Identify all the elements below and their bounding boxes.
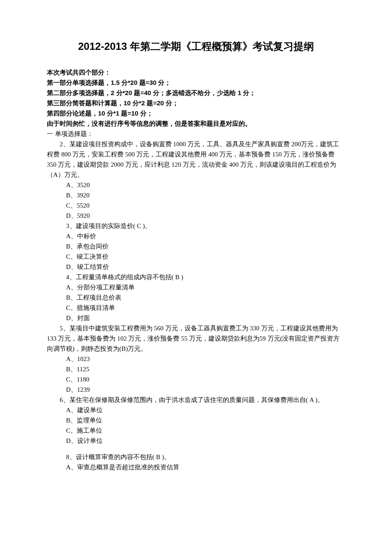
q3-text: 3、建设项目的实际造价( C )。: [47, 221, 345, 231]
intro-line-2: 第一部分单项选择题，1.5 分*20 题=30 分；: [47, 78, 345, 88]
q2-opt-a: A、3520: [47, 180, 345, 190]
page-title: 2012-2013 年第二学期《工程概预算》考试复习提纲: [47, 38, 345, 55]
q8-text: 8、设计概算审查的内容不包括( B )。: [47, 452, 345, 462]
q4-opt-d: D、封面: [47, 313, 345, 323]
intro-line-1: 本次考试共四个部分：: [47, 67, 345, 78]
section-1-heading: 一 单项选择题：: [47, 129, 345, 139]
q3-opt-a: A、中标价: [47, 231, 345, 241]
q4-opt-a: A、分部分项工程量清单: [47, 282, 345, 292]
q6-opt-a: A、建设单位: [47, 405, 345, 415]
intro-line-4: 第三部分简答题和计算题，10 分*2 题=20 分；: [47, 98, 345, 108]
intro-line-3: 第二部分多项选择题，2 分*20 题=40 分；多选错选不给分，少选给 1 分；: [47, 88, 345, 98]
q3-opt-b: B、承包合同价: [47, 241, 345, 251]
q3-opt-c: C、竣工决算价: [47, 251, 345, 262]
intro-line-6: 由于时间匆忙，没有进行序号等信息的调整，但是答案和题目是对应的。: [47, 119, 345, 129]
q8-opt-a: A、审查总概算是否超过批准的投资估算: [47, 462, 345, 472]
q6-opt-d: D、设计单位: [47, 436, 345, 446]
q5-opt-c: C、1180: [47, 374, 345, 384]
intro-line-5: 第四部分论述题，10 分*1 题=10 分；: [47, 108, 345, 119]
q5-opt-a: A、1023: [47, 354, 345, 364]
q2-text: 2、某建设项目投资构成中，设备购置费 1000 万元，工具、器具及生产家具购置费…: [47, 139, 345, 180]
q4-opt-c: C、措施项目清单: [47, 303, 345, 313]
q2-opt-d: D、5920: [47, 211, 345, 221]
q4-opt-b: B、工程项目总价表: [47, 292, 345, 303]
q6-opt-c: C、施工单位: [47, 425, 345, 436]
q6-opt-b: B、监理单位: [47, 415, 345, 425]
blank-line: [47, 446, 345, 452]
q5-text: 5、某项目中建筑安装工程费用为 560 万元，设备工器具购置费工为 330 万元…: [47, 323, 345, 354]
q3-opt-d: D、竣工结算价: [47, 262, 345, 272]
q2-opt-c: C、5520: [47, 200, 345, 211]
q6-text: 6、某住宅在保修期及保修范围内，由于洪水造成了该住宅的质量问题，其保修费用出自(…: [47, 395, 345, 405]
q5-opt-d: D、1239: [47, 384, 345, 395]
q4-text: 4、工程量清单格式的组成内容不包括( B ): [47, 272, 345, 282]
q2-opt-b: B、3920: [47, 190, 345, 200]
q5-opt-b: B、1125: [47, 364, 345, 374]
